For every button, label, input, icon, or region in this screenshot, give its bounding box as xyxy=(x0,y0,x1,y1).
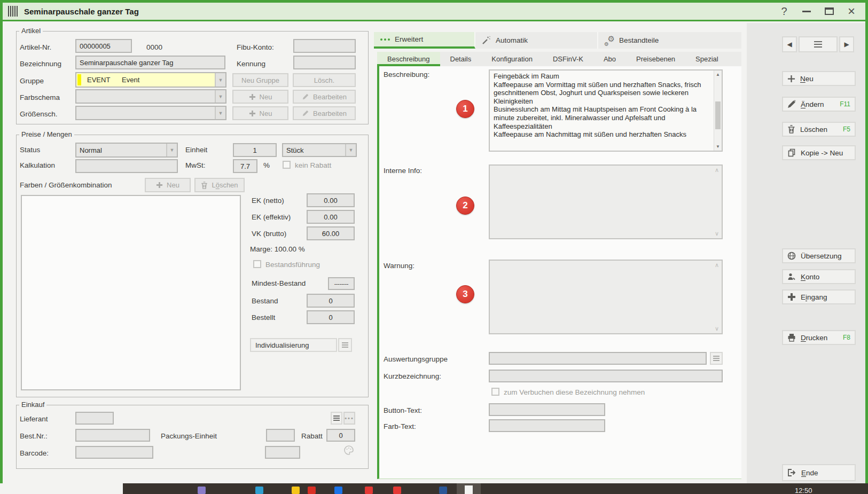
kurzbezeichnung-field[interactable] xyxy=(489,370,723,382)
lieferant-list-button[interactable] xyxy=(331,412,342,425)
auswertungsgruppe-field[interactable] xyxy=(489,352,707,365)
neu-button[interactable]: Neu xyxy=(782,71,856,86)
subtab-abo[interactable]: Abo xyxy=(593,52,626,66)
bestellt-field[interactable]: 0 xyxy=(307,310,355,324)
mindest-bestand-field[interactable]: -------- xyxy=(328,277,355,290)
interne-info-textarea[interactable]: ∧ ∨ xyxy=(489,164,723,239)
taskbar-app-icon[interactable] xyxy=(365,487,373,494)
scroll-up-icon[interactable]: ▲ xyxy=(714,70,722,79)
individualisierung-menu-button[interactable] xyxy=(338,338,352,352)
tab-label: Erweitert xyxy=(395,35,423,43)
taskbar-app-icon[interactable] xyxy=(308,487,316,494)
chevron-down-icon[interactable]: ▼ xyxy=(345,144,356,156)
kein-rabatt-checkbox[interactable] xyxy=(283,161,291,169)
fibu-konto-field[interactable] xyxy=(293,39,356,53)
button-text-field[interactable] xyxy=(489,403,605,416)
vertical-scrollbar[interactable]: ▲ ▼ xyxy=(714,70,722,151)
taskbar-app-icon[interactable] xyxy=(439,487,447,494)
scroll-down-icon[interactable]: ▼ xyxy=(714,143,722,151)
button-label: Bearbeiten xyxy=(313,93,347,101)
button-label: Neu xyxy=(167,181,179,189)
warnung-label: Warnung: xyxy=(384,262,415,270)
pencil-icon xyxy=(787,100,796,108)
ek-netto-field[interactable]: 0.00 xyxy=(307,193,355,207)
ende-button[interactable]: Ende xyxy=(782,464,856,481)
barcode-field[interactable] xyxy=(75,446,153,459)
kennung-field[interactable] xyxy=(293,56,356,69)
auswertungsgruppe-menu-button[interactable] xyxy=(710,352,723,365)
vk-brutto-field[interactable]: 60.00 xyxy=(307,226,355,240)
farben-groessen-listbox[interactable] xyxy=(21,195,241,390)
subtab-preisebenen[interactable]: Preisebenen xyxy=(626,52,685,66)
vk-brutto-label: VK (brutto) xyxy=(252,230,286,238)
groessensch-dropdown[interactable]: ▼ xyxy=(75,106,226,120)
lieferant-field[interactable] xyxy=(75,412,114,425)
title-bar: Seminarpauschale ganzer Tag ? × xyxy=(3,3,865,21)
groessensch-label: Größensch. xyxy=(20,110,58,118)
subtab-spezial[interactable]: Spezial xyxy=(685,52,729,66)
barcode-field-2[interactable] xyxy=(265,446,300,459)
main-tab-bar: Erweitert Automatik ⚙⚙ Bestandteile xyxy=(374,32,741,49)
callout-1: 1 xyxy=(456,100,474,118)
taskbar-app-icon[interactable] xyxy=(198,487,206,494)
verbuchen-checkbox[interactable] xyxy=(491,388,499,396)
subtab-dsfinvk[interactable]: DSFinV-K xyxy=(543,52,593,66)
best-nr-field[interactable] xyxy=(75,429,150,442)
bestandsfuehrung-checkbox[interactable] xyxy=(253,260,261,268)
gruppe-dropdown[interactable]: EVENT Event ▼ xyxy=(75,72,226,88)
rabatt-field[interactable]: 0 xyxy=(326,429,355,442)
bezeichnung-field[interactable]: Seminarpauschale ganzer Tag xyxy=(75,56,225,69)
taskbar-app-icon[interactable] xyxy=(393,487,401,494)
uebersetzung-button[interactable]: Übersetzung xyxy=(782,248,856,263)
help-button[interactable]: ? xyxy=(775,4,794,18)
aendern-button[interactable]: Ändern F11 xyxy=(782,97,856,112)
einheit-dropdown[interactable]: Stück ▼ xyxy=(282,143,357,157)
nav-list-button[interactable] xyxy=(799,36,838,52)
subtab-details[interactable]: Details xyxy=(440,52,482,66)
maximize-button[interactable] xyxy=(819,4,839,18)
farb-text-field[interactable] xyxy=(489,419,605,432)
mwst-field[interactable]: 7.7 xyxy=(233,159,257,173)
einheit-menge-field[interactable]: 1 xyxy=(233,143,277,157)
subtab-konfiguration[interactable]: Konfiguration xyxy=(481,52,543,66)
nav-next-button[interactable]: ▶ xyxy=(839,36,854,52)
konto-button[interactable]: Konto xyxy=(782,269,856,284)
farbschema-dropdown[interactable]: ▼ xyxy=(75,89,226,104)
ek-effektiv-field[interactable]: 0.00 xyxy=(307,210,355,224)
scrollbar-thumb[interactable] xyxy=(715,101,721,129)
beschreibung-textarea[interactable]: Feingebäck im Raum Kaffeepause am Vormit… xyxy=(489,69,723,152)
bestand-field[interactable]: 0 xyxy=(307,294,355,308)
farbschema-bearbeiten-button: Bearbeiten xyxy=(293,90,356,104)
bestand-label: Bestand xyxy=(252,297,278,305)
button-label: Eingang xyxy=(801,293,827,301)
eingang-button[interactable]: Eingang xyxy=(782,289,856,304)
bezeichnung-label: Bezeichnung xyxy=(20,60,61,68)
tab-automatik[interactable]: Automatik xyxy=(475,32,598,49)
chevron-down-icon[interactable]: ▼ xyxy=(215,107,225,119)
minimize-button[interactable] xyxy=(797,4,816,18)
taskbar-app-icon[interactable] xyxy=(334,487,342,494)
close-button[interactable]: × xyxy=(842,4,861,18)
individualisierung-button[interactable]: Individualisierung xyxy=(250,338,337,352)
nav-previous-button[interactable]: ◀ xyxy=(782,36,797,52)
taskbar-active-icon[interactable] xyxy=(465,485,473,494)
kalkulation-field[interactable] xyxy=(75,159,178,173)
kopie-neu-button[interactable]: Kopie -> Neu xyxy=(782,145,856,160)
subtab-beschreibung[interactable]: Beschreibung xyxy=(377,52,440,66)
tab-erweitert[interactable]: Erweitert xyxy=(374,32,475,49)
tab-bestandteile[interactable]: ⚙⚙ Bestandteile xyxy=(598,32,741,49)
chevron-down-icon[interactable]: ▼ xyxy=(215,90,225,103)
artikel-nr-field[interactable]: 00000005 xyxy=(75,39,132,53)
chevron-down-icon[interactable]: ▼ xyxy=(166,144,177,156)
chevron-down-icon[interactable]: ▼ xyxy=(215,73,225,87)
drucken-button[interactable]: Drucken F8 xyxy=(782,330,856,345)
taskbar-app-icon[interactable] xyxy=(292,487,300,494)
taskbar-app-icon[interactable] xyxy=(255,487,263,494)
mwst-label: MwSt: xyxy=(185,161,206,169)
button-text-label: Button-Text: xyxy=(384,406,422,414)
packungs-einheit-field[interactable] xyxy=(266,429,295,442)
status-dropdown[interactable]: Normal ▼ xyxy=(75,143,178,158)
preise-legend: Preise / Mengen xyxy=(19,130,74,138)
warnung-textarea[interactable]: ∧ ∨ xyxy=(489,260,723,334)
loeschen-button[interactable]: Löschen F5 xyxy=(782,122,856,137)
